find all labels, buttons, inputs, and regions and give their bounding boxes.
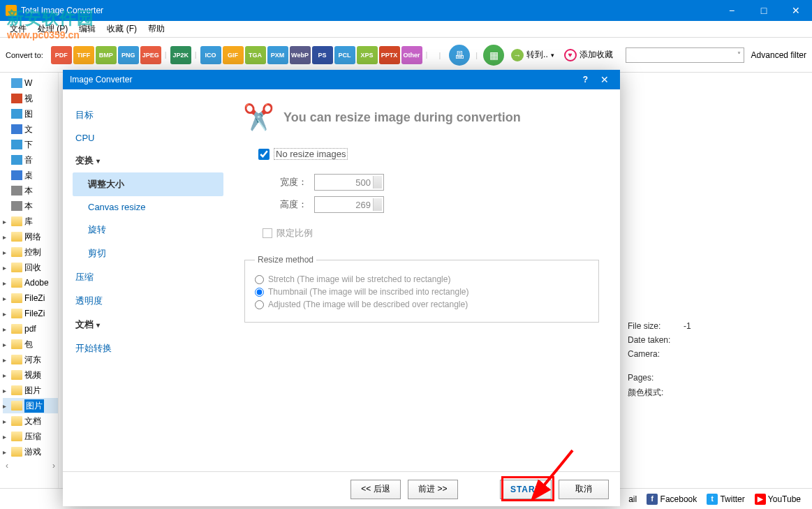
sidebar-rotate[interactable]: 旋转 <box>75 218 223 242</box>
format-pxm[interactable]: PXM <box>267 46 288 64</box>
doc-icon <box>11 124 22 134</box>
tree-item[interactable]: W <box>3 75 58 91</box>
format-ico[interactable]: ICO <box>200 46 221 64</box>
tree-item[interactable]: ▸图片 <box>3 383 58 398</box>
tree-item[interactable]: 桌 <box>3 168 58 183</box>
sidebar-start-convert[interactable]: 开始转换 <box>75 337 223 360</box>
forward-button[interactable]: 前进 >> <box>408 480 458 499</box>
facebook-link[interactable]: f Facebook <box>647 494 697 505</box>
tree-label: 本 <box>24 200 33 212</box>
thumbnail-radio[interactable] <box>255 288 264 297</box>
format-jp2k[interactable]: JP2K <box>170 46 191 64</box>
tree-item[interactable]: ▸压缩 <box>3 429 58 444</box>
print-icon[interactable]: 🖶 <box>449 45 470 66</box>
dialog-help-button[interactable]: ? <box>575 75 596 84</box>
tree-item[interactable]: 文 <box>3 121 58 137</box>
twitter-link[interactable]: t Twitter <box>707 494 744 505</box>
format-ps[interactable]: PS <box>312 46 333 64</box>
tree-item[interactable]: ▸游戏 <box>3 444 58 459</box>
tree-item[interactable]: ▸图片 <box>3 398 58 413</box>
youtube-link[interactable]: ▶ YouTube <box>755 494 801 505</box>
folder-icon <box>11 324 22 334</box>
goto-button[interactable]: → 转到..▾ <box>511 49 554 61</box>
youtube-icon: ▶ <box>755 494 766 505</box>
tree-item[interactable]: 本 <box>3 198 58 214</box>
format-pptx[interactable]: PPTX <box>379 46 400 64</box>
format-png[interactable]: PNG <box>118 46 139 64</box>
cancel-button[interactable]: 取消 <box>559 480 609 499</box>
tree-item[interactable]: 音 <box>3 152 58 168</box>
tree-label: 网络 <box>24 231 41 243</box>
back-button[interactable]: << 后退 <box>350 480 401 499</box>
format-tiff[interactable]: TIFF <box>73 46 94 64</box>
tree-item[interactable]: ▸FileZi <box>3 290 58 306</box>
info-panel: File size:-1 Date taken: Camera: Pages: … <box>617 73 812 488</box>
format-jpeg[interactable]: JPEG <box>140 46 161 64</box>
tree-item[interactable]: ▸包 <box>3 337 58 352</box>
sidebar-transform[interactable]: 变换 ▾ <box>75 149 223 172</box>
menu-process[interactable]: 处理 (P) <box>32 21 73 37</box>
sidebar-crop[interactable]: 剪切 <box>75 242 223 265</box>
format-xps[interactable]: XPS <box>357 46 378 64</box>
close-button[interactable]: ✕ <box>780 0 812 21</box>
start-button[interactable]: START <box>500 480 552 499</box>
tree-item[interactable]: ▸库 <box>3 214 58 229</box>
format-pcl[interactable]: PCL <box>334 46 355 64</box>
filesize-label: File size: <box>628 321 684 331</box>
menu-help[interactable]: 帮助 <box>142 21 170 37</box>
down-icon <box>11 140 22 149</box>
maximize-button[interactable]: □ <box>748 0 780 21</box>
advanced-filter-link[interactable]: Advanced filter <box>751 50 806 60</box>
width-input[interactable]: 500 <box>314 174 384 191</box>
sidebar-canvas-resize[interactable]: Canvas resize <box>75 196 223 218</box>
sidebar-resize[interactable]: 调整大小 <box>73 172 223 196</box>
sidebar-compress[interactable]: 压缩 <box>75 265 223 289</box>
sidebar-target[interactable]: 目标 <box>75 103 223 127</box>
folder-icon <box>11 232 22 242</box>
folder-icon <box>11 278 22 288</box>
format-pdf[interactable]: PDF <box>51 46 72 64</box>
format-bmp[interactable]: BMP <box>96 46 117 64</box>
stretch-radio[interactable] <box>255 275 264 284</box>
content-title: You can resize image during convertion <box>283 110 521 125</box>
tree-scrollbar[interactable]: ‹› <box>3 459 58 472</box>
sidebar-transparency[interactable]: 透明度 <box>75 289 223 313</box>
minimize-button[interactable]: − <box>716 0 748 21</box>
sidebar-document[interactable]: 文档 ▾ <box>75 313 223 337</box>
format-webp[interactable]: WebP <box>290 46 311 64</box>
add-favorite-button[interactable]: ♥ 添加收藏 <box>564 49 613 61</box>
height-input[interactable]: 269 <box>314 196 384 213</box>
tree-item[interactable]: ▸文档 <box>3 413 58 429</box>
tree-item[interactable]: ▸Adobe <box>3 275 58 290</box>
camera-label: Camera: <box>628 349 684 359</box>
format-tga[interactable]: TGA <box>245 46 266 64</box>
dialog-close-button[interactable]: ✕ <box>596 74 613 85</box>
tree-item[interactable]: ▸回收 <box>3 260 58 275</box>
menu-fav[interactable]: 收藏 (F) <box>101 21 142 37</box>
tree-item[interactable]: 图 <box>3 106 58 121</box>
tree-item[interactable]: 视 <box>3 91 58 106</box>
tree-item[interactable]: ▸FileZi <box>3 306 58 321</box>
grid-icon[interactable]: ▦ <box>483 45 504 66</box>
adjusted-radio[interactable] <box>255 300 264 309</box>
tree-item[interactable]: ▸pdf <box>3 321 58 337</box>
heart-icon: ♥ <box>564 49 577 61</box>
no-resize-checkbox[interactable] <box>258 149 270 160</box>
tree-label: FileZi <box>24 293 45 303</box>
app-icon <box>6 5 17 16</box>
tree-item[interactable]: ▸河东 <box>3 352 58 367</box>
menu-file[interactable]: 文件 <box>4 21 32 37</box>
folder-tree[interactable]: W视图文下音桌本本▸库▸网络▸控制▸回收▸Adobe▸FileZi▸FileZi… <box>0 73 59 488</box>
filter-select[interactable]: ˅ <box>626 47 744 63</box>
format-gif[interactable]: GIF <box>223 46 244 64</box>
tree-item[interactable]: ▸网络 <box>3 229 58 244</box>
tree-item[interactable]: ▸视频 <box>3 367 58 383</box>
constrain-checkbox[interactable] <box>263 228 272 238</box>
menu-edit[interactable]: 编辑 <box>73 21 101 37</box>
tree-item[interactable]: ▸控制 <box>3 244 58 260</box>
tree-item[interactable]: 下 <box>3 137 58 152</box>
format-other[interactable]: Other <box>401 46 422 64</box>
sidebar-cpu[interactable]: CPU <box>75 127 223 149</box>
mail-link[interactable]: ail <box>628 494 637 504</box>
tree-item[interactable]: 本 <box>3 183 58 198</box>
